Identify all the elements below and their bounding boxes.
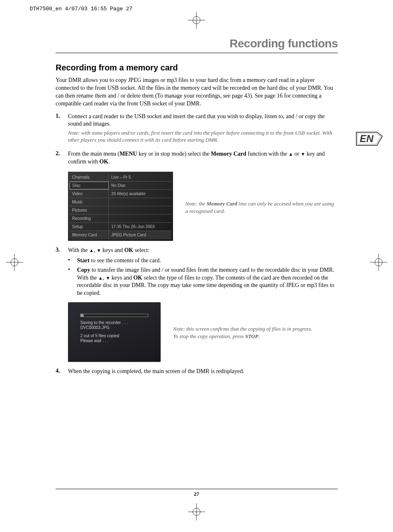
down-arrow-icon: ▼: [301, 151, 305, 157]
registration-mark-icon: [6, 254, 23, 271]
ok-key: OK: [124, 247, 133, 253]
menu-screenshot: ChannelsLive – Pr 5 DiscNo Disc Video26 …: [68, 172, 173, 241]
section-title: Recording from a memory card: [56, 63, 338, 72]
menu-item: Pictures: [70, 206, 109, 214]
step-4: 4. When the copying is completed, the ma…: [56, 368, 338, 376]
step-number: 3.: [56, 247, 63, 254]
intro-paragraph: Your DMR allows you to copy JPEG images …: [56, 77, 338, 108]
step-text: From the main menu (: [68, 151, 119, 157]
menu-item: Disc: [70, 182, 109, 189]
language-badge: EN: [354, 129, 383, 147]
bullet-copy: • Copy to transfer the image files and /…: [68, 266, 338, 298]
step-1: 1. Connect a card reader to the USB sock…: [56, 113, 338, 148]
step-2: 2. From the main menu (MENU key or in st…: [56, 150, 338, 166]
page-number: 27: [0, 491, 393, 497]
ok-key: OK: [99, 159, 108, 165]
down-arrow-icon: ▼: [96, 247, 101, 254]
step-3: 3. With the ▲, ▼ keys and OK select:: [56, 247, 338, 254]
progress-screenshot: Saving to the recorder . . . DVC00003.JP…: [68, 302, 161, 362]
progress-line: DVC00003.JPG: [80, 325, 148, 330]
step-number: 4.: [56, 368, 63, 376]
up-arrow-icon: ▲: [288, 151, 293, 157]
menu-item: Memory Card: [70, 231, 109, 239]
menu-item: Video: [70, 190, 109, 198]
footer-divider: [56, 489, 338, 489]
memory-card-label: Memory Card: [211, 151, 246, 157]
chapter-title: Recording functions: [56, 37, 338, 50]
ok-key: OK: [133, 275, 143, 281]
progress-bar: [80, 314, 148, 317]
divider: [56, 53, 338, 53]
menu-item: Channels: [70, 173, 109, 181]
menu-item: Recording: [70, 215, 109, 222]
bullet-icon: •: [68, 257, 72, 265]
down-arrow-icon: ▼: [105, 275, 110, 281]
bullet-start: • Start to see the contents of the card.: [68, 257, 338, 265]
step-note: Note: with some players and/or cards, fi…: [68, 130, 338, 144]
print-slug: DTH7500_en 4/07/03 16:55 Page 27: [30, 6, 133, 12]
menu-item: Music: [70, 198, 109, 206]
progress-line: Please wait . . .: [80, 338, 148, 343]
step-number: 2.: [56, 150, 63, 166]
figure-note: Note: this screen confirms that the copy…: [173, 325, 338, 340]
svg-text:EN: EN: [360, 133, 374, 144]
registration-mark-icon: [188, 12, 205, 29]
step-text: When the copying is completed, the main …: [68, 368, 338, 376]
bullet-icon: •: [68, 266, 72, 298]
step-number: 1.: [56, 113, 63, 148]
registration-mark-icon: [370, 254, 387, 271]
progress-line: 2 out of 5 files copied: [80, 334, 148, 338]
menu-key: MENU: [119, 151, 137, 157]
menu-item: Setup: [70, 223, 109, 231]
registration-mark-icon: [188, 503, 205, 520]
up-arrow-icon: ▲: [89, 247, 94, 254]
step-text: Connect a card reader to the USB socket …: [68, 113, 325, 127]
progress-line: Saving to the recorder . . .: [80, 320, 148, 325]
up-arrow-icon: ▲: [98, 275, 103, 281]
figure-note: Note: the Memory Card line can only be a…: [185, 200, 338, 215]
